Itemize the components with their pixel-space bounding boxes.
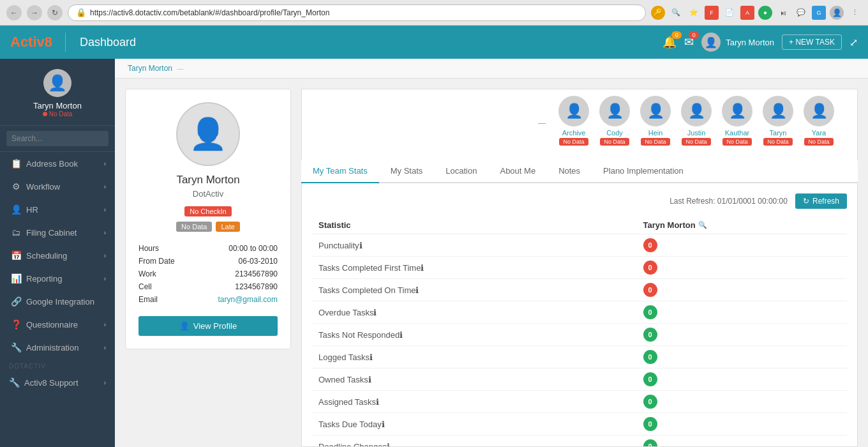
browser-icon-2[interactable]: 🔍 <box>669 6 683 20</box>
team-member-name-yara[interactable]: Yara <box>812 129 826 137</box>
info-icon[interactable]: ℹ <box>421 263 424 273</box>
browser-icon-chrome6[interactable]: 💬 <box>794 6 808 20</box>
notifications-badge: 0 <box>671 31 682 39</box>
profile-info-from-date: From Date 06-03-2010 <box>138 255 278 268</box>
sidebar-item-label-google: Google Integration <box>26 297 94 307</box>
url-bar[interactable]: 🔒 https://activ8.dotactiv.com/betablank/… <box>68 4 646 21</box>
sidebar-item-google-integration[interactable]: 🔗 Google Integration <box>0 290 115 313</box>
share-button[interactable]: ⤢ <box>849 36 858 49</box>
team-member-kauthar[interactable]: 👤 Kauthar No Data <box>722 96 752 146</box>
team-member-taryn[interactable]: 👤 Taryn No Data <box>763 96 793 146</box>
team-member-badge-yara: No Data <box>804 138 833 146</box>
browser-icon-chrome5[interactable]: ⏯ <box>776 6 790 20</box>
sidebar-item-scheduling[interactable]: 📅 Scheduling › <box>0 244 115 267</box>
stat-value-cell: 0 <box>637 279 847 301</box>
tab-plano-implementation[interactable]: Plano Implementation <box>592 160 695 183</box>
browser-icon-3[interactable]: ⭐ <box>687 6 701 20</box>
sidebar-item-filing-cabinet[interactable]: 🗂 Filing Cabinet › <box>0 221 115 244</box>
minimize-team-btn[interactable]: — <box>538 119 546 128</box>
browser-icon-chrome3[interactable]: A <box>740 6 754 20</box>
team-member-cody[interactable]: 👤 Cody No Data <box>599 96 630 146</box>
stats-table: Statistic Taryn Morton 🔍 <box>312 216 847 447</box>
info-icon[interactable]: ℹ <box>373 308 377 317</box>
stat-label-cell: Tasks Due Todayℹ <box>312 413 637 436</box>
forward-button[interactable]: → <box>27 5 42 20</box>
sidebar-item-label-workflow: Workflow <box>26 182 60 192</box>
profile-avatar: 👤 <box>176 102 240 166</box>
tab-notes[interactable]: Notes <box>547 160 592 183</box>
messages-button[interactable]: ✉ 0 <box>684 35 694 49</box>
team-member-yara[interactable]: 👤 Yara No Data <box>804 96 834 146</box>
no-data-badge: No Data <box>176 222 212 232</box>
tab-location[interactable]: Location <box>434 160 488 183</box>
info-icon[interactable]: ℹ <box>370 352 373 362</box>
sidebar-item-questionnaire[interactable]: ❓ Questionnaire › <box>0 313 115 336</box>
browser-avatar[interactable]: 👤 <box>830 6 844 20</box>
info-icon[interactable]: ℹ <box>400 330 403 340</box>
right-panel: — 👤 Archive No Data 👤 Cody No <box>301 89 858 447</box>
stat-value-cell: 0 <box>637 301 847 324</box>
back-button[interactable]: ← <box>6 5 22 20</box>
refresh-button[interactable]: ↻ <box>47 5 63 20</box>
nav-right: 🔔 0 ✉ 0 👤 Taryn Morton + NEW TASK ⤢ <box>662 33 858 52</box>
stat-label: Tasks Not Responded <box>318 330 400 340</box>
stat-badge: 0 <box>643 372 657 386</box>
team-member-hein[interactable]: 👤 Hein No Data <box>640 96 671 146</box>
info-icon[interactable]: ℹ <box>368 375 371 384</box>
status-dot <box>43 112 47 116</box>
stat-badge: 0 <box>643 328 657 342</box>
from-date-value: 06-03-2010 <box>239 257 278 266</box>
search-input[interactable] <box>6 131 108 146</box>
support-icon: 🔧 <box>9 377 19 388</box>
team-member-avatar-taryn: 👤 <box>763 96 793 126</box>
nav-username: Taryn Morton <box>726 38 774 47</box>
browser-icon-1[interactable]: 🔑 <box>651 6 665 20</box>
browser-icon-chrome4[interactable]: ● <box>758 6 772 20</box>
logo: Activ8 <box>10 34 52 50</box>
sidebar-item-address-book[interactable]: 📋 Address Book › <box>0 152 115 175</box>
stat-label: Owned Tasks <box>318 375 368 384</box>
info-icon[interactable]: ℹ <box>376 397 379 407</box>
sidebar-item-reporting[interactable]: 📊 Reporting › <box>0 267 115 290</box>
team-member-name-cody[interactable]: Cody <box>606 129 623 137</box>
sidebar-item-administration[interactable]: 🔧 Administration › <box>0 336 115 359</box>
new-task-button[interactable]: + NEW TASK <box>782 34 842 50</box>
stat-value-cell: 0 <box>637 368 847 391</box>
sidebar-item-hr[interactable]: 👤 HR › <box>0 198 115 221</box>
team-member-name-taryn[interactable]: Taryn <box>770 129 787 137</box>
sidebar-item-support[interactable]: 🔧 Activ8 Support › <box>0 371 115 394</box>
tab-my-stats[interactable]: My Stats <box>379 160 435 183</box>
view-profile-button[interactable]: 👤 View Profile <box>138 316 278 336</box>
browser-icon-chrome1[interactable]: F <box>705 6 719 20</box>
info-icon[interactable]: ℹ <box>382 420 385 429</box>
browser-menu[interactable]: ⋮ <box>848 6 862 20</box>
team-member-name-hein[interactable]: Hein <box>648 129 663 137</box>
stat-badge: 0 <box>643 395 657 409</box>
team-member-name-kauthar[interactable]: Kauthar <box>725 129 750 137</box>
info-icon[interactable]: ℹ <box>415 285 419 295</box>
table-row: Tasks Not Respondedℹ0 <box>312 324 847 346</box>
stats-header: Last Refresh: 01/01/0001 00:00:00 ↻ Refr… <box>312 193 847 209</box>
sidebar-item-label-scheduling: Scheduling <box>26 251 67 261</box>
refresh-button[interactable]: ↻ Refresh <box>795 193 847 209</box>
tab-my-team-stats[interactable]: My Team Stats <box>301 160 379 183</box>
col-header-statistic: Statistic <box>312 216 637 234</box>
sidebar-item-workflow[interactable]: ⚙ Workflow › <box>0 175 115 198</box>
stat-label: Tasks Due Today <box>318 420 382 429</box>
team-member-archive[interactable]: 👤 Archive No Data <box>558 96 589 146</box>
browser-icon-chrome7[interactable]: G <box>812 6 826 20</box>
user-menu[interactable]: 👤 Taryn Morton <box>701 33 774 52</box>
info-icon[interactable]: ℹ <box>359 241 363 250</box>
sidebar-support-label: Activ8 Support <box>24 378 79 388</box>
browser-icon-chrome2[interactable]: 📄 <box>722 6 737 20</box>
tab-about-me[interactable]: About Me <box>488 160 547 183</box>
breadcrumb-link[interactable]: Taryn Morton <box>128 64 172 73</box>
team-member-justin[interactable]: 👤 Justin No Data <box>681 96 712 146</box>
profile-badge-row: No CheckIn <box>184 206 231 216</box>
notifications-button[interactable]: 🔔 0 <box>662 35 677 49</box>
team-member-name-archive[interactable]: Archive <box>562 129 586 137</box>
team-member-name-justin[interactable]: Justin <box>687 129 706 137</box>
col-search-icon[interactable]: 🔍 <box>698 221 707 229</box>
work-label: Work <box>138 269 156 278</box>
info-icon[interactable]: ℹ <box>387 442 390 448</box>
